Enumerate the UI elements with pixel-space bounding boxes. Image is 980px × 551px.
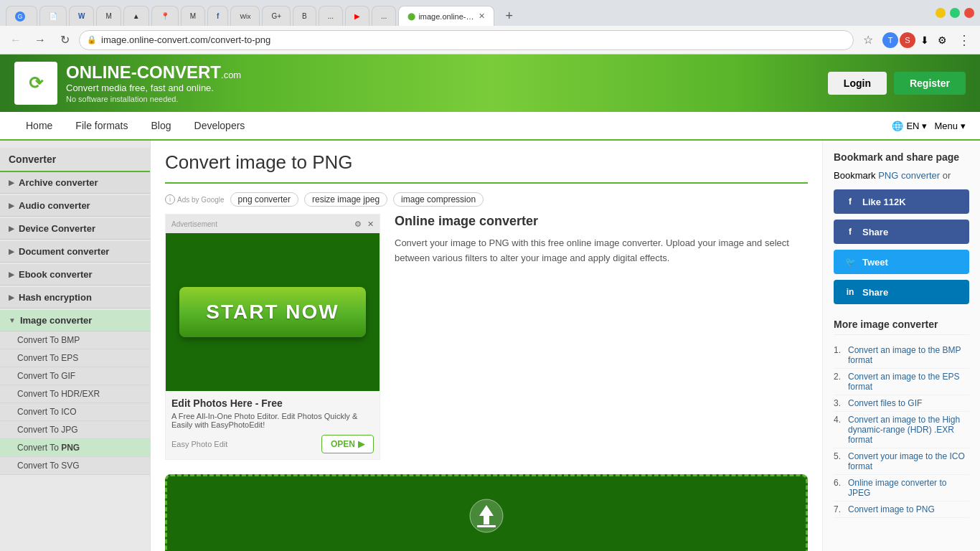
tab-wix[interactable]: Wix [230,6,260,26]
maximize-button[interactable] [950,8,960,18]
sidebar-item-gif[interactable]: Convert To GIF [0,367,150,385]
close-window-button[interactable] [964,8,974,18]
tab-maps[interactable]: 📍 [151,6,179,26]
tab-fb[interactable]: f [207,6,228,26]
ad-pill-png[interactable]: png converter [230,192,298,207]
more-item-eps[interactable]: Convert an image to the EPS format [834,369,969,395]
tab-drive[interactable]: ▲ [123,6,149,26]
upload-area[interactable]: Drop Files here 📁 Choose Files [165,474,808,551]
nav-file-formats[interactable]: File formats [64,111,139,140]
ad-frame-top: Advertisement ⚙ ✕ [166,215,380,233]
browser-chrome: G 📄 W M ▲ 📍 M [0,0,980,55]
language-selector[interactable]: 🌐 EN ▾ [892,121,927,131]
tab-m[interactable]: M [181,6,205,26]
open-button[interactable]: OPEN ▶ [321,435,374,453]
register-button[interactable]: Register [894,72,966,95]
sidebar-item-bmp[interactable]: Convert To BMP [0,331,150,349]
logo-area: ⟳ ONLINE-CONVERT.com Convert media free,… [14,62,241,105]
right-sidebar: Bookmark and share page Bookmark PNG con… [822,141,980,551]
login-button[interactable]: Login [828,72,887,95]
sidebar-ebook-header[interactable]: ▶ Ebook converter [0,264,150,286]
more-item-png[interactable]: Convert image to PNG [834,501,969,518]
more-converters-title: More image converter [834,319,969,335]
browser-toolbar: ← → ↻ 🔒 image.online-convert.com/convert… [0,26,980,55]
sidebar-device-header[interactable]: ▶ Device Converter [0,218,150,240]
ad-settings-icon[interactable]: ⚙ [354,220,362,229]
tab-g[interactable]: G [6,6,37,26]
more-item-jpeg[interactable]: Online image converter to JPEG [834,475,969,501]
sidebar-item-png[interactable]: Convert To PNG [0,439,150,457]
sidebar-document-header[interactable]: ▶ Document converter [0,241,150,263]
more-item-bmp[interactable]: Convert an image to the BMP format [834,342,969,369]
menu-button[interactable]: ⋮ [954,30,974,50]
logo-text-area: ONLINE-CONVERT.com Convert media free, f… [66,62,241,104]
logo-svg: ⟳ [22,69,50,98]
sidebar-section-archive: ▶ Archive converter [0,172,150,194]
sidebar-item-hdr[interactable]: Convert To HDR/EXR [0,385,150,403]
extension-icons: T S ⬇ ⚙ [882,32,950,48]
linkedin-share-button[interactable]: in Share [834,280,969,304]
sidebar-section-device: ▶ Device Converter [0,218,150,240]
bookmark-link[interactable]: PNG converter [878,170,940,181]
sidebar: Converter ▶ Archive converter ▶ Audio co… [0,141,151,551]
more-item-ico[interactable]: Convert your image to the ICO format [834,448,969,475]
minimize-button[interactable] [936,8,946,18]
tab-dots2[interactable]: ... [372,6,396,26]
sidebar-item-ico[interactable]: Convert To ICO [0,403,150,421]
tab-word[interactable]: W [69,6,94,26]
ext-download[interactable]: ⬇ [917,32,933,48]
logo-icon: ⟳ [14,62,57,105]
ad-pill-resize[interactable]: resize image jpeg [304,192,387,207]
tab-gplus[interactable]: G+ [262,6,291,26]
reload-button[interactable]: ↻ [55,30,75,50]
sidebar-hash-header[interactable]: ▶ Hash encryption [0,287,150,309]
sidebar-section-audio: ▶ Audio converter [0,195,150,217]
social-buttons: f Like 112K f Share 🐦 Tweet in Share [834,189,969,304]
like-button[interactable]: f Like 112K [834,189,969,214]
more-converters-section: More image converter Convert an image to… [834,319,969,518]
sidebar-image-header[interactable]: ▼ Image converter [0,310,150,331]
sidebar-document-label: Document converter [19,246,109,257]
forward-button[interactable]: → [30,30,50,50]
ad-label: i Ads by Google [165,194,225,204]
open-arrow-icon: ▶ [358,439,364,449]
tab-dots1[interactable]: ... [319,6,343,26]
tweet-button[interactable]: 🐦 Tweet [834,250,969,274]
menu-dropdown[interactable]: Menu ▾ [934,121,966,131]
more-item-hdr[interactable]: Convert an image to the High dynamic-ran… [834,412,969,448]
sidebar-item-svg[interactable]: Convert To SVG [0,457,150,475]
sidebar-item-jpg[interactable]: Convert To JPG [0,421,150,439]
ad-pill-compression[interactable]: image compression [393,192,484,207]
back-button[interactable]: ← [6,30,26,50]
tab-gmail[interactable]: M [96,6,121,26]
bookmark-star-button[interactable]: ☆ [858,30,878,50]
ext-translate[interactable]: T [882,32,898,48]
tab-yt[interactable]: ▶ [345,6,369,26]
tab-blogger[interactable]: B [293,6,316,26]
ext-user1[interactable]: S [900,32,915,48]
ext-puzzle[interactable]: ⚙ [934,32,950,48]
ad-frame: Advertisement ⚙ ✕ START NOW Edit Photos … [165,214,380,460]
sidebar-archive-header[interactable]: ▶ Archive converter [0,172,150,194]
nav-blog[interactable]: Blog [139,111,182,140]
start-now-button[interactable]: START NOW [179,287,366,337]
nav-home[interactable]: Home [14,111,64,140]
sidebar-arrow-device: ▶ [9,225,14,232]
ad-close-icon[interactable]: ✕ [367,220,374,229]
sidebar-audio-header[interactable]: ▶ Audio converter [0,195,150,217]
ad-footer: Edit Photos Here - Free A Free All-In-On… [166,391,380,459]
browser-titlebar: G 📄 W M ▲ 📍 M [0,0,980,26]
tab-docs[interactable]: 📄 [39,6,67,26]
address-bar[interactable]: 🔒 image.online-convert.com/convert-to-pn… [79,30,854,50]
converter-title: Online image converter [395,214,808,229]
tab-new[interactable]: + [496,6,522,26]
sidebar-image-label: Image converter [20,315,92,326]
menu-label: Menu [934,121,958,131]
more-item-gif[interactable]: Convert files to GIF [834,395,969,412]
share-fb-button[interactable]: f Share [834,220,969,244]
lang-chevron: ▾ [922,121,927,131]
nav-developers[interactable]: Developers [183,111,257,140]
ad-footer-title: Edit Photos Here - Free [171,397,374,409]
sidebar-item-eps[interactable]: Convert To EPS [0,349,150,367]
tab-active[interactable]: ⬤ image.online-convert ✕ [398,6,494,26]
